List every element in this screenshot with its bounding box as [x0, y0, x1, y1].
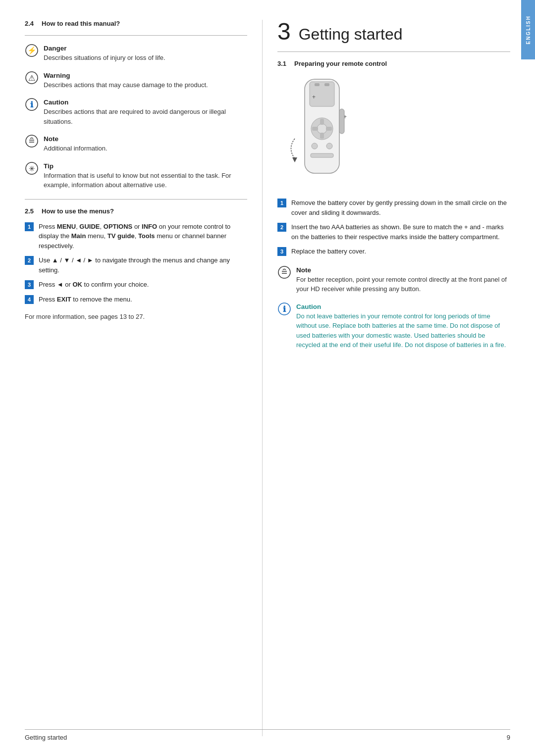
step-text-4: Press EXIT to remove the menu. — [39, 295, 247, 304]
footer-left: Getting started — [25, 734, 67, 741]
remote-badge-1: 1 — [277, 199, 286, 207]
section-2-5-title: How to use the menus? — [42, 207, 114, 215]
step-badge-4: 4 — [25, 295, 34, 304]
svg-point-28 — [278, 266, 290, 278]
right-caution-label: Caution — [296, 303, 510, 310]
remote-step-3: 3 Replace the battery cover. — [277, 247, 510, 256]
side-tab: ENGLISH — [521, 0, 535, 59]
section-2-5-number: 2.5 — [25, 207, 34, 215]
svg-point-23 — [326, 143, 332, 149]
svg-text:ℹ: ℹ — [283, 305, 286, 313]
chapter-heading: 3 Getting started — [277, 20, 510, 44]
note-row: Note Additional information. — [25, 135, 247, 153]
step-badge-2: 2 — [25, 256, 34, 265]
note-label: Note — [44, 135, 247, 143]
svg-rect-21 — [326, 127, 332, 131]
svg-rect-13 — [315, 83, 320, 86]
step-text-3: Press ◄ or OK to confirm your choice. — [39, 280, 247, 290]
svg-text:⚡: ⚡ — [27, 46, 37, 55]
step-badge-1: 1 — [25, 222, 34, 231]
svg-rect-14 — [324, 83, 329, 86]
svg-point-6 — [26, 135, 38, 147]
warning-label: Warning — [44, 72, 247, 79]
caution-row: ℹ Caution Describes actions that are req… — [25, 99, 247, 126]
tip-icon: ✳ — [25, 161, 39, 175]
svg-text:+: + — [312, 94, 316, 101]
menu-steps-list: 1 Press MENU, GUIDE, OPTIONS or INFO on … — [25, 222, 247, 304]
note-icon — [25, 134, 39, 148]
menu-step-4: 4 Press EXIT to remove the menu. — [25, 295, 247, 304]
caution-icon: ℹ — [25, 98, 39, 111]
right-caution-icon: ℹ — [277, 302, 291, 316]
section-2-4-title: How to read this manual? — [42, 20, 120, 27]
warning-content: Warning Describes actions that may cause… — [44, 72, 247, 90]
danger-label: Danger — [44, 45, 247, 52]
menu-step-2: 2 Use ▲ / ▼ / ◄ / ► to navigate through … — [25, 255, 247, 275]
more-info: For more information, see pages 13 to 27… — [25, 312, 247, 322]
caution-content: Caution Describes actions that are requi… — [44, 99, 247, 126]
svg-rect-20 — [312, 127, 318, 131]
divider-top — [25, 35, 247, 36]
chapter-title: Getting started — [299, 26, 403, 42]
right-note-row: Note For better reception, point your re… — [277, 266, 510, 294]
right-caution-row: ℹ Caution Do not leave batteries in your… — [277, 303, 510, 350]
remote-text-2: Insert the two AAA batteries as shown. B… — [291, 222, 510, 242]
footer: Getting started 9 — [25, 729, 510, 741]
remote-illustration: + + — [282, 74, 510, 188]
svg-text:⚠: ⚠ — [28, 74, 35, 82]
caution-label: Caution — [44, 99, 247, 106]
section-2-4-heading: 2.4 How to read this manual? — [25, 20, 247, 36]
danger-content: Danger Describes situations of injury or… — [44, 45, 247, 63]
warning-row: ⚠ Warning Describes actions that may cau… — [25, 72, 247, 90]
remote-text-1: Remove the battery cover by gently press… — [291, 198, 510, 217]
right-caution-content: Caution Do not leave batteries in your r… — [296, 303, 510, 350]
left-column: 2.4 How to read this manual? ⚡ Danger De… — [25, 20, 263, 736]
danger-row: ⚡ Danger Describes situations of injury … — [25, 45, 247, 63]
caution-text: Describes actions that are required to a… — [44, 107, 247, 126]
tip-row: ✳ Tip Information that is useful to know… — [25, 162, 247, 190]
tip-text: Information that is useful to know but n… — [44, 171, 247, 190]
footer-right: 9 — [507, 734, 510, 741]
note-text: Additional information. — [44, 144, 247, 153]
step-text-2: Use ▲ / ▼ / ◄ / ► to navigate through th… — [39, 255, 247, 275]
section-3-1-number: 3.1 — [277, 60, 286, 67]
svg-rect-26 — [339, 109, 344, 134]
remote-badge-3: 3 — [277, 247, 286, 256]
svg-point-22 — [312, 143, 318, 149]
remote-step-2: 2 Insert the two AAA batteries as shown.… — [277, 222, 510, 242]
main-content: 2.4 How to read this manual? ⚡ Danger De… — [0, 0, 535, 756]
right-note-label: Note — [296, 266, 510, 274]
divider-mid — [25, 199, 247, 200]
svg-text:✳: ✳ — [29, 164, 35, 173]
svg-rect-19 — [320, 133, 324, 139]
menu-step-3: 3 Press ◄ or OK to confirm your choice. — [25, 280, 247, 290]
tip-label: Tip — [44, 162, 247, 170]
svg-point-17 — [317, 124, 327, 134]
remote-svg: + + — [282, 74, 362, 188]
step-badge-3: 3 — [25, 280, 34, 289]
svg-rect-18 — [320, 119, 324, 125]
right-note-text: For better reception, point your remote … — [296, 275, 510, 294]
remote-text-3: Replace the battery cover. — [291, 247, 510, 256]
warning-text: Describes actions that may cause damage … — [44, 80, 247, 90]
svg-text:ℹ: ℹ — [30, 101, 34, 109]
right-note-icon — [277, 265, 291, 279]
right-column: 3 Getting started 3.1 Preparing your rem… — [277, 20, 510, 736]
svg-rect-24 — [311, 153, 333, 157]
warning-icon: ⚠ — [25, 71, 39, 85]
right-note-content: Note For better reception, point your re… — [296, 266, 510, 294]
danger-icon: ⚡ — [25, 44, 39, 57]
tip-content: Tip Information that is useful to know b… — [44, 162, 247, 190]
svg-marker-27 — [292, 157, 297, 162]
side-tab-label: ENGLISH — [526, 15, 531, 44]
chapter-number: 3 — [277, 20, 291, 44]
chapter-divider — [277, 51, 510, 52]
danger-text: Describes situations of injury or loss o… — [44, 53, 247, 63]
note-content: Note Additional information. — [44, 135, 247, 153]
right-caution-text: Do not leave batteries in your remote co… — [296, 311, 510, 350]
remote-badge-2: 2 — [277, 223, 286, 232]
remote-step-1: 1 Remove the battery cover by gently pre… — [277, 198, 510, 217]
section-2-4-number: 2.4 — [25, 20, 34, 27]
step-text-1: Press MENU, GUIDE, OPTIONS or INFO on yo… — [39, 222, 247, 251]
menu-step-1: 1 Press MENU, GUIDE, OPTIONS or INFO on … — [25, 222, 247, 251]
